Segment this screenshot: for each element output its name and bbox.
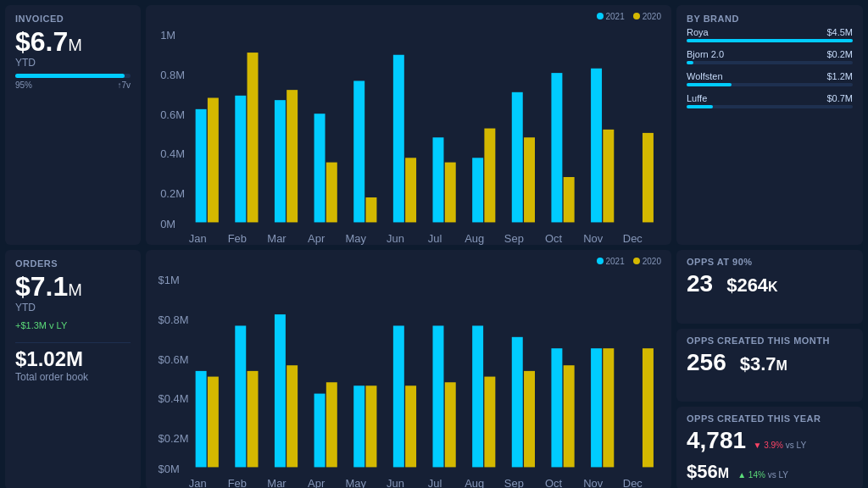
svg-rect-26 <box>591 69 602 223</box>
svg-text:Mar: Mar <box>267 477 287 488</box>
svg-text:Jan: Jan <box>189 232 207 245</box>
opps-year-amount: $56M <box>687 461 734 482</box>
opps-year-amount-group: $56M ▲ 14% vs LY <box>687 461 788 483</box>
svg-text:$0.2M: $0.2M <box>159 432 189 445</box>
svg-rect-58 <box>393 326 404 468</box>
svg-rect-29 <box>643 133 654 223</box>
svg-text:0M: 0M <box>160 218 175 230</box>
svg-rect-56 <box>353 385 364 467</box>
opps-year-count-group: 4,781 ▼ 3.9% vs LY <box>687 427 806 454</box>
svg-rect-59 <box>405 385 416 467</box>
opps-90-title: Opps at 90% <box>687 257 853 267</box>
svg-text:Feb: Feb <box>228 477 247 488</box>
svg-rect-48 <box>196 371 207 468</box>
svg-rect-68 <box>591 348 602 467</box>
opps-year-title: Opps created this year <box>687 413 853 424</box>
svg-text:Dec: Dec <box>623 232 643 245</box>
opps-month-card: Opps created this month 256 $3.7M <box>676 329 863 402</box>
svg-rect-66 <box>551 348 562 467</box>
legend-2021: 2021 <box>597 12 625 21</box>
svg-rect-14 <box>353 80 364 222</box>
svg-rect-65 <box>524 371 535 468</box>
right-panel: Opps at 90% 23 $264K Opps created this m… <box>676 250 863 488</box>
svg-rect-8 <box>235 96 246 223</box>
svg-rect-69 <box>603 348 614 467</box>
orders-change: +$1.3M v LY <box>15 320 131 330</box>
svg-rect-61 <box>445 382 456 467</box>
svg-rect-21 <box>484 129 495 223</box>
svg-rect-9 <box>248 53 259 222</box>
brand-item-bjorn: Bjorn 2.0 $0.2M <box>687 49 853 64</box>
svg-text:0.2M: 0.2M <box>160 187 185 200</box>
svg-text:Aug: Aug <box>465 232 484 245</box>
svg-text:$0.6M: $0.6M <box>159 352 189 365</box>
orders-book-value: $1.02M <box>15 348 131 370</box>
invoiced-title: Invoiced <box>15 14 131 24</box>
opps-month-count: 256 <box>687 349 726 376</box>
svg-text:May: May <box>346 477 367 488</box>
svg-text:Mar: Mar <box>267 232 287 245</box>
svg-text:Oct: Oct <box>545 232 562 245</box>
orders-legend-2020: 2020 <box>633 257 661 266</box>
opps-month-amount: $3.7M <box>740 353 787 375</box>
svg-text:Jun: Jun <box>387 232 404 245</box>
orders-card: Orders $7.1M YTD +$1.3M v LY $1.02M Tota… <box>5 250 141 488</box>
opps-year-count: 4,781 <box>687 427 746 453</box>
invoiced-card: Invoiced $6.7M YTD 95% ↑7v <box>5 5 141 245</box>
svg-rect-55 <box>326 382 337 467</box>
opps-year-row: 4,781 ▼ 3.9% vs LY $56M ▲ 14% vs LY <box>687 427 853 483</box>
svg-rect-13 <box>326 163 337 223</box>
brand-card: By brand Roya $4.5M Bjorn 2.0 $0.2M Wolf… <box>676 5 863 245</box>
invoiced-progress-label: 95% ↑7v <box>15 80 131 90</box>
svg-rect-19 <box>445 163 456 223</box>
svg-rect-7 <box>208 97 219 222</box>
invoiced-progress-bar <box>15 74 131 78</box>
svg-text:Aug: Aug <box>465 477 484 488</box>
legend-2020: 2020 <box>633 12 661 21</box>
svg-text:Sep: Sep <box>504 232 524 245</box>
opps-90-amount: $264K <box>726 274 778 297</box>
orders-ytd-label: YTD <box>15 302 131 313</box>
brand-item-wolfsten: Wolfsten $1.2M <box>687 71 853 86</box>
svg-text:$0.8M: $0.8M <box>159 313 189 326</box>
svg-rect-62 <box>472 326 483 468</box>
svg-rect-25 <box>564 177 575 222</box>
svg-text:0.4M: 0.4M <box>160 147 185 160</box>
invoiced-progress-fill <box>15 74 125 78</box>
svg-rect-64 <box>512 337 523 468</box>
svg-text:Jun: Jun <box>387 477 404 488</box>
svg-text:$0M: $0M <box>159 463 180 475</box>
svg-text:Feb: Feb <box>228 232 247 245</box>
svg-text:Apr: Apr <box>308 477 326 488</box>
svg-rect-51 <box>248 371 259 468</box>
svg-rect-57 <box>365 385 376 467</box>
svg-rect-16 <box>393 55 404 223</box>
svg-text:Oct: Oct <box>545 477 562 488</box>
invoiced-value: $6.7M <box>15 27 131 57</box>
orders-title: Orders <box>15 258 131 269</box>
invoiced-chart-svg: 1M 0.8M 0.6M 0.4M 0.2M 0M <box>156 19 661 245</box>
svg-text:$0.4M: $0.4M <box>159 392 189 405</box>
svg-text:Sep: Sep <box>504 477 524 488</box>
svg-rect-22 <box>512 92 523 223</box>
svg-rect-53 <box>287 365 298 467</box>
orders-chart-card: 2021 2020 $1M $0.8M $0.6M $0.4M $0.2M $0… <box>146 250 671 488</box>
svg-text:0.6M: 0.6M <box>160 108 185 120</box>
svg-text:Apr: Apr <box>308 232 326 245</box>
svg-rect-17 <box>405 158 416 222</box>
svg-rect-20 <box>472 158 483 222</box>
svg-text:May: May <box>346 232 367 245</box>
opps-year-card: Opps created this year 4,781 ▼ 3.9% vs L… <box>676 407 863 488</box>
orders-book-label: Total order book <box>15 371 131 383</box>
svg-rect-54 <box>314 394 326 468</box>
svg-rect-27 <box>603 130 614 223</box>
brand-title: By brand <box>687 14 853 24</box>
svg-text:Dec: Dec <box>623 477 643 488</box>
invoiced-chart-legend: 2021 2020 <box>597 12 662 21</box>
svg-text:0.8M: 0.8M <box>160 69 185 81</box>
svg-rect-12 <box>314 114 326 222</box>
brand-item-luffe: Luffe $0.7M <box>687 93 853 108</box>
brand-item-roya: Roya $4.5M <box>687 27 853 42</box>
svg-rect-52 <box>275 314 286 467</box>
svg-text:Jul: Jul <box>428 477 442 488</box>
